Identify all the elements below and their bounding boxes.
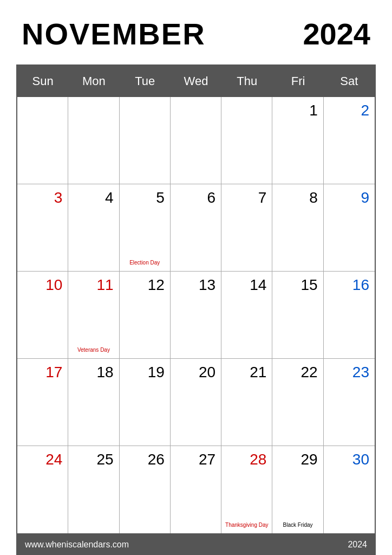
day-number: 24 bbox=[45, 450, 62, 469]
calendar-grid: 12345Election Day67891011Veterans Day121… bbox=[17, 97, 375, 533]
day-number: 29 bbox=[301, 450, 318, 469]
holiday-label: Thanksgiving Day bbox=[221, 522, 272, 528]
calendar-footer: www.wheniscalendars.com 2024 bbox=[16, 534, 376, 555]
cal-cell: 26 bbox=[120, 446, 171, 533]
day-number: 14 bbox=[250, 276, 266, 294]
day-header-wed: Wed bbox=[171, 66, 221, 97]
cal-cell: 1 bbox=[272, 97, 323, 184]
cal-cell: 25 bbox=[68, 446, 119, 533]
cal-cell: 20 bbox=[171, 359, 221, 446]
cal-cell bbox=[221, 97, 272, 184]
cal-cell bbox=[17, 97, 68, 184]
day-number: 6 bbox=[207, 189, 216, 207]
calendar-container: SunMonTueWedThuFriSat 12345Election Day6… bbox=[16, 64, 376, 534]
day-number: 15 bbox=[301, 276, 318, 294]
cal-cell: 24 bbox=[17, 446, 68, 533]
cal-cell: 29Black Friday bbox=[272, 446, 323, 533]
cal-cell: 7 bbox=[221, 184, 272, 272]
day-headers: SunMonTueWedThuFriSat bbox=[17, 66, 375, 97]
cal-cell: 16 bbox=[324, 272, 375, 359]
cal-cell: 17 bbox=[17, 359, 68, 446]
cal-cell: 28Thanksgiving Day bbox=[221, 446, 272, 533]
year-title: 2024 bbox=[303, 16, 370, 51]
month-title: NOVEMBER bbox=[22, 16, 206, 51]
day-number: 1 bbox=[309, 101, 318, 120]
day-number: 4 bbox=[105, 189, 114, 207]
day-number: 5 bbox=[156, 189, 165, 207]
day-number: 3 bbox=[54, 189, 63, 207]
cal-cell: 13 bbox=[171, 272, 221, 359]
cal-cell: 5Election Day bbox=[120, 184, 171, 272]
cal-cell: 14 bbox=[221, 272, 272, 359]
day-number: 20 bbox=[199, 363, 215, 382]
cal-cell: 2 bbox=[324, 97, 375, 184]
cal-cell bbox=[68, 97, 119, 184]
cal-cell bbox=[171, 97, 221, 184]
cal-cell: 11Veterans Day bbox=[68, 272, 119, 359]
holiday-label: Election Day bbox=[120, 260, 170, 266]
cal-cell: 19 bbox=[120, 359, 171, 446]
day-number: 28 bbox=[250, 450, 266, 469]
day-header-sat: Sat bbox=[324, 66, 375, 97]
cal-cell: 30 bbox=[324, 446, 375, 533]
day-number: 11 bbox=[96, 276, 113, 294]
calendar-page: NOVEMBER 2024 SunMonTueWedThuFriSat 1234… bbox=[0, 0, 392, 555]
day-number: 26 bbox=[148, 450, 165, 469]
day-number: 7 bbox=[258, 189, 267, 207]
cal-cell: 27 bbox=[171, 446, 221, 533]
cal-cell: 23 bbox=[324, 359, 375, 446]
day-header-tue: Tue bbox=[120, 66, 171, 97]
footer-url: www.wheniscalendars.com bbox=[25, 540, 129, 550]
day-number: 10 bbox=[45, 276, 62, 294]
day-header-fri: Fri bbox=[272, 66, 323, 97]
cal-cell: 21 bbox=[221, 359, 272, 446]
day-number: 12 bbox=[148, 276, 165, 294]
day-number: 13 bbox=[199, 276, 215, 294]
cal-cell: 9 bbox=[324, 184, 375, 272]
day-number: 16 bbox=[352, 276, 369, 294]
day-number: 9 bbox=[361, 189, 369, 207]
cal-cell: 3 bbox=[17, 184, 68, 272]
holiday-label: Veterans Day bbox=[68, 347, 119, 353]
day-number: 25 bbox=[96, 450, 113, 469]
cal-cell: 8 bbox=[272, 184, 323, 272]
day-number: 17 bbox=[45, 363, 62, 382]
day-number: 30 bbox=[352, 450, 369, 469]
day-header-mon: Mon bbox=[68, 66, 119, 97]
day-number: 19 bbox=[148, 363, 165, 382]
day-number: 22 bbox=[301, 363, 318, 382]
cal-cell: 15 bbox=[272, 272, 323, 359]
day-number: 8 bbox=[309, 189, 318, 207]
day-number: 21 bbox=[250, 363, 266, 382]
day-number: 23 bbox=[352, 363, 369, 382]
day-number: 2 bbox=[361, 101, 369, 120]
cal-cell: 22 bbox=[272, 359, 323, 446]
cal-cell: 6 bbox=[171, 184, 221, 272]
day-header-sun: Sun bbox=[17, 66, 68, 97]
calendar-header: NOVEMBER 2024 bbox=[16, 16, 376, 51]
cal-cell: 18 bbox=[68, 359, 119, 446]
holiday-label: Black Friday bbox=[272, 522, 323, 528]
day-number: 27 bbox=[199, 450, 215, 469]
day-header-thu: Thu bbox=[221, 66, 272, 97]
cal-cell: 12 bbox=[120, 272, 171, 359]
cal-cell bbox=[120, 97, 171, 184]
cal-cell: 4 bbox=[68, 184, 119, 272]
day-number: 18 bbox=[96, 363, 113, 382]
footer-year: 2024 bbox=[348, 540, 367, 550]
cal-cell: 10 bbox=[17, 272, 68, 359]
